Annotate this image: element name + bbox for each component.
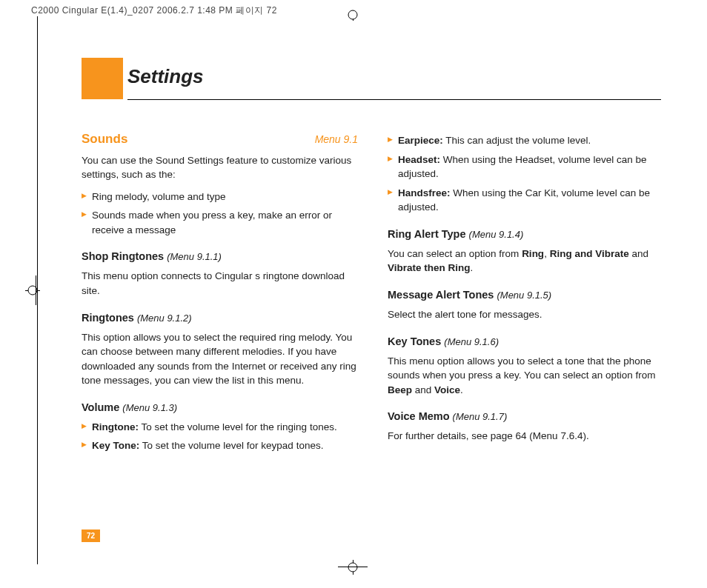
volume-item-text: To set the volume level for keypad tones… bbox=[139, 440, 323, 451]
key-tones-suffix: . bbox=[460, 384, 463, 395]
sounds-bullet: Sounds made when you press a key, make a… bbox=[82, 208, 358, 237]
message-alert-tones-menu-ref: (Menu 9.1.5) bbox=[497, 290, 551, 301]
volume-item-label: Key Tone: bbox=[92, 440, 139, 451]
voice-memo-menu-ref: (Menu 9.1.7) bbox=[453, 411, 508, 422]
message-alert-tones-body: Select the alert tone for messages. bbox=[388, 307, 664, 322]
key-tones-title: Key Tones bbox=[388, 335, 441, 347]
volume-item-text: This can adjust the volume level. bbox=[443, 135, 591, 146]
page-title: Settings bbox=[127, 65, 204, 88]
volume-item: Earpiece: This can adjust the volume lev… bbox=[388, 133, 664, 148]
crop-mark-bottom-bar bbox=[338, 567, 368, 567]
page-crop-area: Settings Sounds Menu 9.1 You can use the… bbox=[31, 16, 674, 564]
volume-item-label: Ringtone: bbox=[92, 421, 139, 432]
volume-item-label: Handsfree: bbox=[398, 187, 451, 198]
column-left: Sounds Menu 9.1 You can use the Sound Se… bbox=[82, 130, 358, 461]
ring-alert-type-body: You can select an option from Ring, Ring… bbox=[388, 247, 664, 275]
volume-item-text: To set the volume level for the ringing … bbox=[139, 421, 337, 432]
volume-item: Headset: When using the Headset, volume … bbox=[388, 153, 664, 181]
message-alert-tones-heading: Message Alert Tones (Menu 9.1.5) bbox=[388, 287, 664, 303]
key-tones-body: This menu option allows you to select a … bbox=[388, 354, 664, 398]
column-right: Earpiece: This can adjust the volume lev… bbox=[388, 130, 664, 461]
sounds-bullet: Ring melody, volume and type bbox=[82, 190, 358, 204]
key-tones-opt: Voice bbox=[434, 384, 460, 395]
ring-alert-type-title: Ring Alert Type bbox=[388, 228, 466, 240]
section-sounds-menu-ref: Menu 9.1 bbox=[315, 132, 358, 147]
message-alert-tones-title: Message Alert Tones bbox=[388, 289, 494, 301]
volume-title: Volume bbox=[82, 401, 119, 413]
volume-item: Handsfree: When using the Car Kit, volum… bbox=[388, 186, 664, 215]
volume-item: Key Tone: To set the volume level for ke… bbox=[82, 438, 358, 453]
shop-ringtones-heading: Shop Ringtones (Menu 9.1.1) bbox=[82, 249, 358, 264]
ringtones-body: This option allows you to select the req… bbox=[82, 330, 358, 388]
key-tones-opt: Beep bbox=[388, 384, 412, 395]
ring-alert-sep: and bbox=[629, 248, 648, 259]
shop-ringtones-title: Shop Ringtones bbox=[82, 250, 164, 262]
content-columns: Sounds Menu 9.1 You can use the Sound Se… bbox=[82, 130, 664, 461]
voice-memo-heading: Voice Memo (Menu 9.1.7) bbox=[388, 409, 664, 424]
title-rule bbox=[127, 99, 661, 100]
ring-alert-suffix: . bbox=[471, 262, 474, 273]
key-tones-heading: Key Tones (Menu 9.1.6) bbox=[388, 334, 664, 350]
voice-memo-title: Voice Memo bbox=[388, 410, 450, 422]
section-sounds-title: Sounds bbox=[82, 130, 127, 149]
ringtones-title: Ringtones bbox=[82, 312, 134, 324]
volume-bullets-right: Earpiece: This can adjust the volume lev… bbox=[388, 133, 664, 215]
shop-ringtones-menu-ref: (Menu 9.1.1) bbox=[167, 251, 222, 262]
volume-item: Ringtone: To set the volume level for th… bbox=[82, 420, 358, 435]
ring-alert-prefix: You can select an option from bbox=[388, 248, 522, 259]
ring-alert-opt: Ring bbox=[522, 248, 544, 259]
page-number: 72 bbox=[82, 529, 100, 542]
ring-alert-type-heading: Ring Alert Type (Menu 9.1.4) bbox=[388, 227, 664, 242]
ringtones-menu-ref: (Menu 9.1.2) bbox=[137, 313, 192, 324]
title-accent-block bbox=[82, 58, 123, 99]
volume-item-label: Headset: bbox=[398, 154, 440, 165]
key-tones-menu-ref: (Menu 9.1.6) bbox=[444, 336, 499, 347]
volume-menu-ref: (Menu 9.1.3) bbox=[122, 402, 177, 413]
volume-bullets-left: Ringtone: To set the volume level for th… bbox=[82, 420, 358, 453]
ring-alert-type-menu-ref: (Menu 9.1.4) bbox=[469, 229, 524, 240]
volume-heading: Volume (Menu 9.1.3) bbox=[82, 400, 358, 415]
section-sounds-heading: Sounds Menu 9.1 bbox=[82, 130, 358, 149]
sounds-intro: You can use the Sound Settings feature t… bbox=[82, 153, 358, 182]
shop-ringtones-body: This menu option connects to Cingular s … bbox=[82, 269, 358, 298]
sounds-bullets: Ring melody, volume and type Sounds made… bbox=[82, 190, 358, 238]
ring-alert-opt: Vibrate then Ring bbox=[388, 262, 471, 273]
page-frame: Settings Sounds Menu 9.1 You can use the… bbox=[31, 16, 674, 564]
printers-header: C2000 Cingular E(1.4)_0207 2006.2.7 1:48… bbox=[31, 4, 277, 17]
key-tones-prefix: This menu option allows you to select a … bbox=[388, 355, 655, 381]
key-tones-sep: and bbox=[412, 384, 434, 395]
ring-alert-opt: Ring and Vibrate bbox=[550, 248, 629, 259]
ringtones-heading: Ringtones (Menu 9.1.2) bbox=[82, 310, 358, 326]
voice-memo-body: For further details, see page 64 (Menu 7… bbox=[388, 429, 664, 444]
volume-item-label: Earpiece: bbox=[398, 135, 443, 146]
side-rule bbox=[37, 16, 38, 564]
ring-alert-sep: , bbox=[544, 248, 550, 259]
